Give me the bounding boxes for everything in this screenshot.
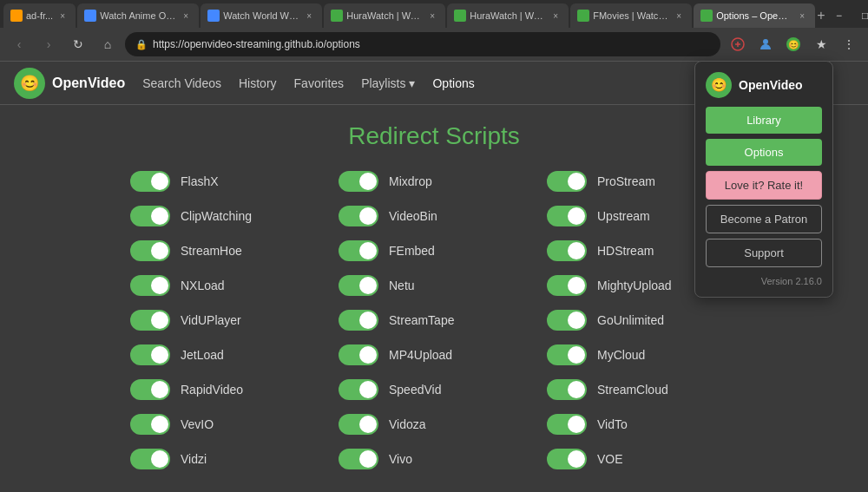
tab-close-6[interactable]: × bbox=[673, 10, 685, 22]
back-button[interactable]: ‹ bbox=[7, 32, 31, 56]
script-vidto: VidTo bbox=[547, 414, 738, 435]
tab-favicon-5 bbox=[454, 10, 466, 22]
nav-history[interactable]: History bbox=[239, 76, 277, 90]
tab-close-2[interactable]: × bbox=[180, 10, 192, 22]
script-flashx: FlashX bbox=[130, 171, 321, 192]
toggle-prostream[interactable] bbox=[547, 171, 587, 192]
scripts-grid: FlashX Mixdrop ProStream ClipWatching Vi… bbox=[130, 171, 738, 469]
tab-7[interactable]: Options – OpenVi... × bbox=[694, 3, 815, 28]
maximize-button[interactable]: □ bbox=[853, 3, 868, 28]
toggle-voe[interactable] bbox=[547, 449, 587, 469]
toggle-jetload[interactable] bbox=[130, 344, 170, 365]
script-mycloud: MyCloud bbox=[547, 344, 738, 365]
minimize-button[interactable]: − bbox=[827, 3, 852, 28]
forward-button[interactable]: › bbox=[36, 32, 61, 56]
tab-label-1: ad-fr... bbox=[26, 10, 53, 21]
script-name-mixdrop: Mixdrop bbox=[389, 174, 432, 188]
toggle-gounlimited[interactable] bbox=[547, 310, 587, 331]
tab-3[interactable]: Watch World Witc... × bbox=[201, 3, 322, 28]
home-button[interactable]: ⌂ bbox=[95, 32, 120, 56]
popup-header: 😊 OpenVideo bbox=[706, 72, 822, 98]
script-name-netu: Netu bbox=[389, 279, 415, 292]
script-jetload: JetLoad bbox=[130, 344, 321, 365]
tab-4[interactable]: HuraWatch | Watc... × bbox=[324, 3, 445, 28]
address-bar-row: ‹ › ↻ ⌂ 🔒 https://openvideo-streaming.gi… bbox=[0, 28, 868, 61]
toggle-fembed[interactable] bbox=[339, 240, 378, 261]
script-name-voe: VOE bbox=[597, 452, 623, 466]
script-name-streamcloud: StreamCloud bbox=[597, 383, 668, 397]
address-bar[interactable]: 🔒 https://openvideo-streaming.github.io/… bbox=[125, 32, 720, 56]
toggle-mycloud[interactable] bbox=[547, 344, 587, 365]
script-name-rapidvideo: RapidVideo bbox=[181, 383, 243, 397]
script-name-vevio: VevIO bbox=[181, 417, 214, 431]
tab-5[interactable]: HuraWatch | Watc... × bbox=[447, 3, 569, 28]
app-logo: 😊 OpenVideo bbox=[14, 68, 125, 99]
popup-options-button[interactable]: Options bbox=[706, 139, 822, 166]
star-icon[interactable]: ★ bbox=[809, 32, 833, 56]
toggle-clipwatching[interactable] bbox=[130, 206, 170, 226]
toggle-speedvid[interactable] bbox=[339, 379, 378, 400]
tab-6[interactable]: FMovies | Watch G... × bbox=[570, 3, 692, 28]
toggle-nxload[interactable] bbox=[130, 275, 170, 296]
toggle-upstream[interactable] bbox=[547, 206, 587, 226]
nav-options[interactable]: Options bbox=[432, 76, 474, 90]
profile-icon[interactable] bbox=[753, 32, 778, 56]
menu-icon[interactable]: ⋮ bbox=[837, 32, 861, 56]
tab-label-5: HuraWatch | Watc... bbox=[470, 10, 546, 21]
nav-playlists[interactable]: Playlists ▾ bbox=[361, 76, 415, 90]
nav-favorites[interactable]: Favorites bbox=[294, 76, 345, 90]
popup-library-button[interactable]: Library bbox=[706, 107, 822, 134]
script-name-clipwatching: ClipWatching bbox=[181, 209, 252, 223]
tab-favicon-7 bbox=[700, 10, 713, 22]
script-name-streamtape: StreamTape bbox=[389, 313, 454, 327]
script-name-streamhoe: StreamHoe bbox=[181, 244, 242, 258]
nav-links: Search Videos History Favorites Playlist… bbox=[142, 76, 475, 90]
tab-close-7[interactable]: × bbox=[796, 10, 808, 22]
toggle-hdstream[interactable] bbox=[547, 240, 587, 261]
toggle-streamhoe[interactable] bbox=[130, 240, 170, 261]
script-streamtape: StreamTape bbox=[339, 310, 529, 331]
extensions-icon[interactable] bbox=[726, 32, 750, 56]
toggle-streamtape[interactable] bbox=[339, 310, 378, 331]
script-name-hdstream: HDStream bbox=[597, 244, 654, 258]
toggle-vidoza[interactable] bbox=[339, 414, 378, 435]
tab-label-6: FMovies | Watch G... bbox=[593, 10, 669, 21]
script-vivo: Vivo bbox=[339, 449, 529, 469]
extension-popup: 😊 OpenVideo Library Options Love it? Rat… bbox=[694, 61, 833, 298]
popup-title: OpenVideo bbox=[739, 78, 803, 92]
toggle-mixdrop[interactable] bbox=[339, 171, 378, 192]
script-mp4upload: MP4Upload bbox=[339, 344, 529, 365]
toggle-flashx[interactable] bbox=[130, 171, 170, 192]
tab-favicon-2 bbox=[84, 10, 96, 22]
toggle-videobin[interactable] bbox=[339, 206, 378, 226]
tab-favicon-3 bbox=[207, 10, 220, 22]
popup-patron-button[interactable]: Become a Patron bbox=[706, 205, 822, 233]
script-name-mp4upload: MP4Upload bbox=[389, 348, 452, 362]
toggle-vevio[interactable] bbox=[130, 414, 170, 435]
script-name-mycloud: MyCloud bbox=[597, 348, 645, 362]
openvideo-ext-icon[interactable]: 😊 bbox=[781, 32, 806, 56]
refresh-button[interactable]: ↻ bbox=[66, 32, 90, 56]
tab-close-4[interactable]: × bbox=[426, 10, 438, 22]
toggle-mightyupload[interactable] bbox=[547, 275, 587, 296]
toggle-netu[interactable] bbox=[339, 275, 378, 296]
tab-close-3[interactable]: × bbox=[303, 10, 315, 22]
toggle-streamcloud[interactable] bbox=[547, 379, 587, 400]
popup-support-button[interactable]: Support bbox=[706, 239, 822, 267]
app-name: OpenVideo bbox=[52, 75, 125, 91]
tab-2[interactable]: Watch Anime Onli... × bbox=[77, 3, 199, 28]
tab-label-2: Watch Anime Onli... bbox=[100, 10, 176, 21]
toggle-vidto[interactable] bbox=[547, 414, 587, 435]
popup-rate-button[interactable]: Love it? Rate it! bbox=[706, 171, 822, 200]
script-videobin: VideoBin bbox=[339, 206, 529, 226]
tab-close-1[interactable]: × bbox=[56, 10, 69, 22]
new-tab-button[interactable]: + bbox=[817, 3, 825, 28]
toggle-vidzi[interactable] bbox=[130, 449, 170, 469]
tab-1[interactable]: ad-fr... × bbox=[3, 3, 76, 28]
nav-search-videos[interactable]: Search Videos bbox=[142, 76, 221, 90]
toggle-mp4upload[interactable] bbox=[339, 344, 378, 365]
tab-close-5[interactable]: × bbox=[549, 10, 562, 22]
toggle-viduplayer[interactable] bbox=[130, 310, 170, 331]
toggle-rapidvideo[interactable] bbox=[130, 379, 170, 400]
toggle-vivo[interactable] bbox=[339, 449, 378, 469]
